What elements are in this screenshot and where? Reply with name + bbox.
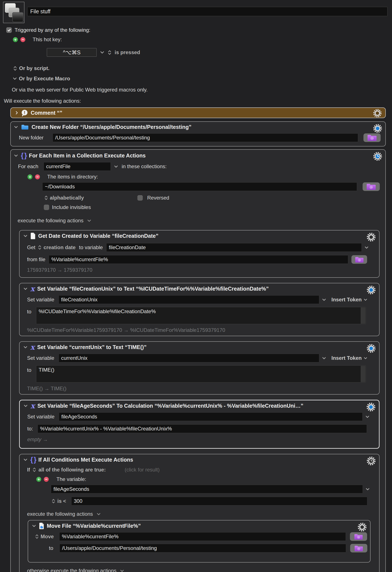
disclosure-right-icon[interactable] bbox=[15, 111, 19, 115]
action-for-each[interactable]: { } For Each Item in a Collection Execut… bbox=[10, 149, 386, 572]
chevron-down-icon[interactable] bbox=[322, 356, 326, 360]
action-move-file[interactable]: Move File “%Variable%currentFile%” Move … bbox=[28, 520, 371, 563]
disclosure-down-icon[interactable] bbox=[23, 234, 28, 238]
destination-path-input[interactable]: /Users/apple/Documents/Personal/testing bbox=[60, 544, 346, 553]
set-variable-label: Set variable bbox=[27, 297, 54, 303]
threshold-input[interactable]: 300 bbox=[71, 497, 367, 505]
add-collection-button[interactable]: + bbox=[28, 175, 32, 179]
updown-chevron-icon[interactable] bbox=[38, 245, 41, 250]
action-gear-button[interactable] bbox=[357, 522, 367, 532]
insert-token-button[interactable]: Insert Token bbox=[332, 297, 367, 303]
purple-folder-icon bbox=[355, 256, 364, 263]
or-by-script-label[interactable]: Or by script. bbox=[19, 65, 49, 71]
condition-mode-label[interactable]: all of the following are true: bbox=[38, 467, 106, 473]
scrollbar[interactable] bbox=[361, 366, 365, 382]
move-mode-label[interactable]: Move bbox=[41, 534, 54, 540]
action-gear-button[interactable] bbox=[373, 152, 382, 161]
click-for-result-label[interactable]: (click for result) bbox=[125, 467, 160, 473]
condition-variable-input[interactable]: fileAgeSeconds bbox=[51, 485, 363, 493]
choose-file-button[interactable] bbox=[350, 532, 367, 541]
action-gear-button[interactable] bbox=[366, 232, 376, 242]
updown-chevron-icon[interactable] bbox=[45, 195, 48, 201]
disclosure-down-icon[interactable] bbox=[23, 345, 28, 350]
updown-chevron-icon[interactable] bbox=[13, 65, 17, 71]
remove-condition-button[interactable]: − bbox=[44, 477, 49, 482]
action-set-variable-currentunix[interactable]: x Set Variable “currentUnix” to Text “TI… bbox=[19, 341, 379, 395]
source-path-input[interactable]: %Variable%currentFile% bbox=[59, 532, 346, 541]
choose-folder-button[interactable] bbox=[363, 133, 381, 142]
action-result[interactable]: 1759379170 → 1759379170 bbox=[27, 267, 379, 273]
new-folder-input[interactable]: /Users/apple/Documents/Personal/testing bbox=[53, 133, 358, 142]
scrollbar[interactable] bbox=[361, 307, 365, 324]
action-gear-button[interactable] bbox=[366, 344, 376, 353]
remove-trigger-button[interactable]: − bbox=[20, 37, 25, 42]
chevron-down-icon[interactable] bbox=[120, 569, 124, 572]
updown-chevron-icon[interactable] bbox=[33, 467, 36, 473]
reversed-label: Reversed bbox=[147, 195, 169, 201]
disclosure-down-icon[interactable] bbox=[23, 404, 28, 408]
chevron-down-icon[interactable] bbox=[365, 487, 370, 492]
chevron-down-icon[interactable] bbox=[365, 414, 370, 419]
action-gear-button[interactable] bbox=[366, 456, 376, 466]
insert-token-button[interactable]: Insert Token bbox=[332, 355, 367, 361]
action-gear-button[interactable] bbox=[366, 285, 376, 295]
chevron-down-icon[interactable] bbox=[322, 298, 326, 302]
get-label: Get bbox=[27, 244, 35, 251]
chevron-down-icon[interactable] bbox=[96, 512, 101, 516]
directory-input[interactable]: ~/Downloads bbox=[42, 182, 357, 191]
disclosure-down-icon[interactable] bbox=[14, 125, 18, 129]
include-invisibles-checkbox[interactable] bbox=[44, 205, 49, 210]
updown-chevron-icon[interactable] bbox=[35, 534, 39, 539]
disclosure-down-icon[interactable] bbox=[23, 458, 28, 462]
variable-input[interactable]: fileCreationUnix bbox=[59, 295, 319, 304]
value-textarea[interactable]: TIME() bbox=[36, 365, 366, 382]
macro-name-input[interactable]: File stuff bbox=[27, 7, 388, 16]
variable-input[interactable]: fileCreationDate bbox=[106, 243, 362, 252]
or-by-execute-macro-label[interactable]: Or by Execute Macro bbox=[19, 76, 70, 82]
action-comment[interactable]: ! Comment “” bbox=[10, 107, 386, 118]
action-set-variable-fileageseconds[interactable]: x Set Variable “fileAgeSeconds” To Calcu… bbox=[19, 400, 379, 449]
action-result[interactable]: TIME() → TIME() bbox=[27, 385, 379, 392]
variable-input[interactable]: currentUnix bbox=[59, 354, 319, 362]
date-mode-label[interactable]: creation date bbox=[44, 244, 75, 251]
disclosure-down-icon[interactable] bbox=[32, 524, 36, 528]
updown-chevron-icon[interactable] bbox=[52, 498, 55, 504]
to-label: to bbox=[27, 309, 31, 315]
file-path-input[interactable]: %Variable%currentFile% bbox=[49, 255, 348, 264]
add-condition-button[interactable]: + bbox=[36, 477, 41, 482]
reversed-checkbox[interactable] bbox=[137, 195, 143, 201]
disclosure-down-icon[interactable] bbox=[23, 286, 28, 291]
chevron-down-icon[interactable] bbox=[364, 245, 369, 250]
action-set-variable-filecreationunix[interactable]: x Set Variable “fileCreationUnix” to Tex… bbox=[19, 283, 379, 336]
is-pressed-label[interactable]: is pressed bbox=[115, 49, 140, 55]
action-gear-button[interactable] bbox=[366, 402, 376, 412]
action-if-conditions[interactable]: { } If All Conditions Met Execute Action… bbox=[19, 454, 379, 572]
action-create-new-folder[interactable]: Create New Folder “/Users/apple/Document… bbox=[10, 121, 386, 146]
remove-collection-button[interactable]: − bbox=[35, 175, 40, 179]
variable-input[interactable]: fileAgeSeconds bbox=[59, 413, 362, 421]
action-result[interactable]: %ICUDateTimeFor%Variable1759379170 → %IC… bbox=[27, 327, 379, 333]
calculation-input[interactable]: %Variable%currentUnix% - %Variable%fileC… bbox=[38, 424, 367, 433]
value-textarea[interactable]: %ICUDateTimeFor%%Variable%fileCreationDa… bbox=[36, 307, 366, 324]
action-result[interactable]: empty → bbox=[27, 436, 379, 443]
chevron-down-icon[interactable] bbox=[13, 76, 17, 81]
triggered-by-checkbox[interactable] bbox=[6, 27, 12, 33]
loop-variable-input[interactable]: currentFile bbox=[44, 162, 111, 171]
sort-order-label[interactable]: alphabetically bbox=[50, 195, 84, 201]
choose-folder-button[interactable] bbox=[350, 544, 367, 553]
action-gear-button[interactable] bbox=[373, 124, 382, 133]
chevron-down-icon[interactable] bbox=[114, 164, 118, 169]
comparison-operator-label[interactable]: is < bbox=[57, 498, 66, 504]
chevron-down-icon[interactable] bbox=[100, 50, 105, 55]
variable-icon: x bbox=[30, 286, 35, 292]
choose-file-button[interactable] bbox=[351, 255, 367, 264]
add-trigger-button[interactable]: + bbox=[13, 37, 18, 42]
hot-key-input[interactable]: ^⌥⌘S bbox=[47, 48, 97, 57]
file-icon bbox=[39, 523, 44, 529]
chevron-down-icon[interactable] bbox=[87, 219, 91, 223]
choose-folder-button[interactable] bbox=[362, 182, 380, 191]
action-gear-button[interactable] bbox=[373, 109, 382, 118]
action-get-date-created[interactable]: Get Date Created to Variable “fileCreati… bbox=[19, 230, 379, 278]
updown-chevron-icon[interactable] bbox=[108, 50, 111, 55]
disclosure-down-icon[interactable] bbox=[14, 153, 18, 158]
